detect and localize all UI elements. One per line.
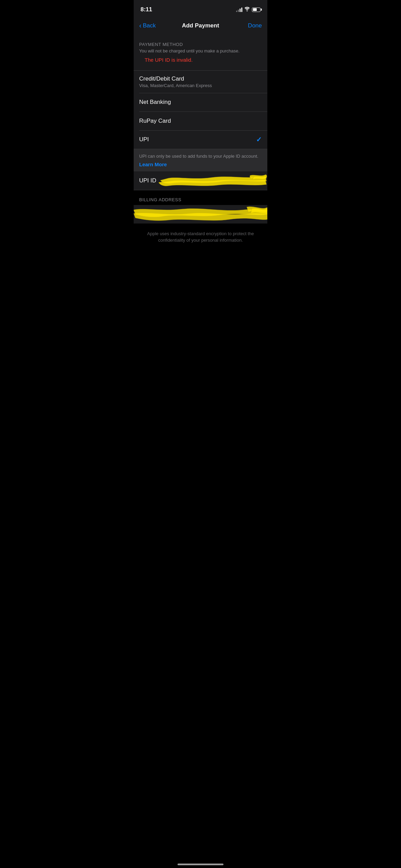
status-icons <box>236 7 260 12</box>
page-title: Add Payment <box>182 22 219 29</box>
back-chevron-icon: ‹ <box>139 22 142 29</box>
payment-option-rupay[interactable]: RuPay Card <box>134 112 267 130</box>
billing-scribble-overlay <box>134 205 267 224</box>
error-message: The UPI ID is invalid. <box>139 53 262 68</box>
upi-id-row[interactable]: UPI ID <box>134 171 267 190</box>
back-label: Back <box>143 22 156 29</box>
payment-method-label: PAYMENT METHOD <box>139 42 262 47</box>
payment-method-header: PAYMENT METHOD You will not be charged u… <box>134 35 267 70</box>
credit-card-title: Credit/Debit Card <box>139 75 212 82</box>
upi-info-box: UPI can only be used to add funds to you… <box>134 149 267 171</box>
billing-row-container: › <box>134 205 267 224</box>
upi-title: UPI <box>139 136 149 143</box>
payment-method-subtitle: You will not be charged until you make a… <box>139 48 262 53</box>
status-bar: 8:11 <box>134 0 267 16</box>
upi-id-section: UPI ID <box>134 171 267 190</box>
upi-info-text: UPI can only be used to add funds to you… <box>139 153 262 159</box>
upi-checkmark-icon: ✓ <box>256 135 262 144</box>
signal-icon <box>236 7 242 12</box>
security-note: Apple uses industry-standard encryption … <box>134 224 267 251</box>
rupay-title: RuPay Card <box>139 118 171 124</box>
chevron-right-icon: › <box>260 211 262 217</box>
billing-address-section: BILLING ADDRESS <box>134 190 267 205</box>
upi-id-label: UPI ID <box>139 177 167 184</box>
net-banking-title: Net Banking <box>139 99 171 106</box>
payment-option-net-banking[interactable]: Net Banking <box>134 93 267 111</box>
status-time: 8:11 <box>141 6 152 13</box>
payment-options-list: Credit/Debit Card Visa, MasterCard, Amer… <box>134 70 267 190</box>
payment-option-credit-card[interactable]: Credit/Debit Card Visa, MasterCard, Amer… <box>134 71 267 93</box>
back-button[interactable]: ‹ Back <box>139 22 156 29</box>
wifi-icon <box>244 7 250 12</box>
learn-more-link[interactable]: Learn More <box>139 161 262 167</box>
done-button[interactable]: Done <box>248 22 262 29</box>
billing-address-label: BILLING ADDRESS <box>139 197 262 202</box>
nav-bar: ‹ Back Add Payment Done <box>134 16 267 35</box>
credit-card-subtitle: Visa, MasterCard, American Express <box>139 83 212 88</box>
billing-address-row[interactable]: › <box>134 205 267 224</box>
battery-icon <box>252 8 260 12</box>
security-text: Apple uses industry-standard encryption … <box>147 231 254 243</box>
payment-option-upi[interactable]: UPI ✓ <box>134 130 267 149</box>
